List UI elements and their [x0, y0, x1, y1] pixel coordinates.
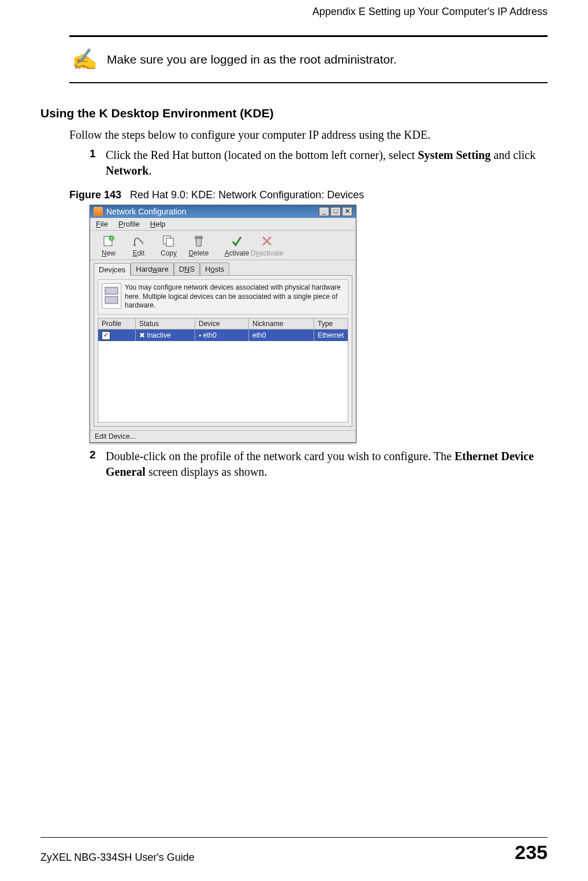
cell-nickname: eth0	[249, 329, 314, 341]
cell-profile[interactable]: ✓	[98, 329, 136, 341]
cell-type: Ethernet	[314, 329, 348, 341]
step-number: 2	[90, 449, 106, 480]
menu-help[interactable]: Help	[150, 220, 166, 228]
bold-term: System Setting	[418, 149, 490, 161]
svg-rect-10	[105, 297, 118, 303]
close-button[interactable]: ✕	[342, 207, 352, 216]
copy-icon	[161, 234, 176, 248]
svg-rect-9	[105, 287, 118, 294]
toolbar-deactivate[interactable]: Deactivate	[252, 233, 282, 258]
menu-file[interactable]: File	[96, 220, 108, 228]
kde-network-config-window: Network Configuration _ □ ✕ File Profile…	[90, 205, 356, 443]
nic-icon	[102, 283, 121, 309]
note-block: ✍ Make sure you are logged in as the roo…	[69, 35, 548, 83]
window-title: Network Configuration	[106, 207, 319, 216]
cell-device: ▪ eth0	[195, 329, 249, 341]
col-device[interactable]: Device	[195, 318, 249, 329]
toolbar-delete[interactable]: Delete	[184, 233, 214, 258]
tabs: Devices Hardware DNS Hosts	[90, 260, 356, 275]
figure-label: Figure 143	[69, 189, 121, 201]
edit-icon	[131, 234, 146, 248]
col-profile[interactable]: Profile	[98, 318, 136, 329]
bold-term: Network	[106, 164, 148, 177]
step-1: 1 Click the Red Hat button (located on t…	[90, 147, 548, 179]
app-icon	[94, 207, 103, 216]
hand-writing-icon: ✍	[72, 47, 98, 72]
tab-dns[interactable]: DNS	[174, 262, 200, 275]
col-type[interactable]: Type	[314, 318, 348, 329]
text: Click the Red Hat button (located on the…	[106, 149, 418, 161]
text: and click	[491, 149, 536, 161]
device-list-empty-area[interactable]	[98, 341, 348, 423]
footer-page-number: 235	[515, 841, 548, 864]
step-2: 2 Double-click on the profile of the net…	[90, 449, 548, 480]
col-nickname[interactable]: Nickname	[249, 318, 314, 329]
footer-guide-name: ZyXEL NBG-334SH User's Guide	[40, 852, 195, 864]
toolbar: + New Edit Copy Delete	[90, 231, 356, 260]
delete-icon	[191, 234, 206, 248]
info-text: You may configure network devices associ…	[125, 283, 344, 310]
step-2-body: Double-click on the profile of the netwo…	[106, 449, 548, 480]
step-1-body: Click the Red Hat button (located on the…	[106, 147, 548, 179]
text: screen displays as shown.	[146, 465, 267, 478]
statusbar: Edit Device...	[90, 430, 356, 442]
profile-checkbox[interactable]: ✓	[102, 331, 110, 340]
header-appendix-title: Appendix E Setting up Your Computer's IP…	[40, 6, 548, 18]
activate-icon	[229, 234, 244, 248]
figure-caption-text: Red Hat 9.0: KDE: Network Configuration:…	[130, 189, 364, 201]
svg-point-3	[133, 244, 136, 246]
info-box: You may configure network devices associ…	[98, 279, 348, 314]
device-table: Profile Status Device Nickname Type ✓ ✖ …	[98, 318, 348, 341]
tab-panel-devices: You may configure network devices associ…	[94, 275, 352, 427]
cell-status: ✖ Inactive	[136, 329, 195, 341]
menubar: File Profile Help	[90, 218, 356, 231]
tab-hardware[interactable]: Hardware	[131, 262, 173, 275]
step-number: 1	[90, 147, 106, 179]
svg-rect-6	[195, 236, 202, 238]
figure-caption: Figure 143 Red Hat 9.0: KDE: Network Con…	[69, 189, 548, 201]
new-icon: +	[101, 234, 116, 248]
device-row-eth0[interactable]: ✓ ✖ Inactive ▪ eth0 eth0 Ethernet	[98, 329, 348, 341]
note-text: Make sure you are logged in as the root …	[107, 53, 397, 66]
text: Double-click on the profile of the netwo…	[106, 450, 455, 462]
toolbar-copy[interactable]: Copy	[154, 233, 184, 258]
toolbar-edit[interactable]: Edit	[124, 233, 154, 258]
page-footer: ZyXEL NBG-334SH User's Guide 235	[40, 837, 548, 864]
toolbar-activate[interactable]: Activate	[222, 233, 252, 258]
minimize-button[interactable]: _	[319, 207, 329, 216]
section-intro: Follow the steps below to configure your…	[69, 128, 548, 142]
deactivate-icon	[259, 234, 274, 248]
col-status[interactable]: Status	[136, 318, 195, 329]
svg-rect-5	[166, 238, 173, 246]
section-heading: Using the K Desktop Environment (KDE)	[40, 106, 548, 120]
toolbar-new[interactable]: + New	[94, 233, 124, 258]
menu-profile[interactable]: Profile	[118, 220, 140, 228]
tab-hosts[interactable]: Hosts	[200, 262, 229, 275]
text: .	[148, 164, 151, 177]
maximize-button[interactable]: □	[330, 207, 341, 216]
svg-text:+: +	[110, 236, 113, 241]
window-titlebar[interactable]: Network Configuration _ □ ✕	[90, 205, 356, 218]
tab-devices[interactable]: Devices	[94, 263, 131, 276]
